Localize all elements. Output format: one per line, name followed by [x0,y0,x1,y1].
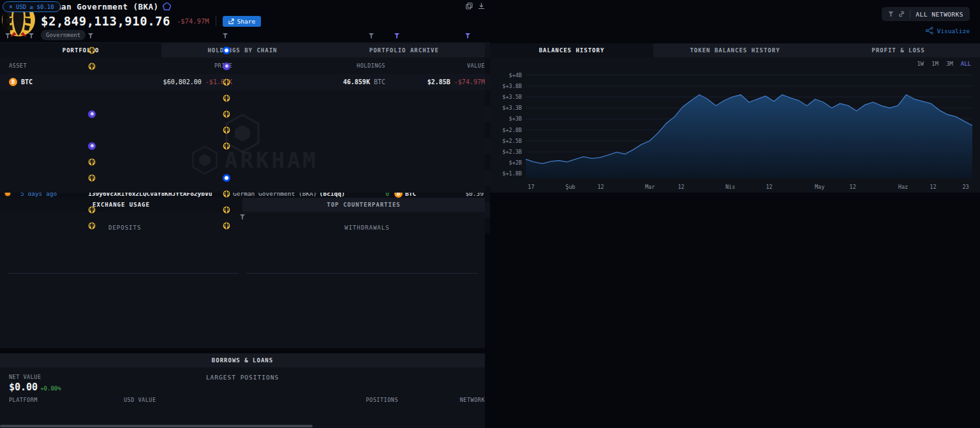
german-government-icon [223,142,230,150]
all-networks-selector[interactable]: ALL NETWORKS [882,7,970,21]
divider [216,16,216,26]
x-tick: 12 [930,184,936,190]
x-tick: Nis [725,184,735,190]
tab-portfolio-archive[interactable]: PORTFOLIO ARCHIVE [323,43,485,57]
col-positions[interactable]: POSITIONS [251,397,398,403]
exchange-usage-panel: EXCHANGE USAGE TOP COUNTERPARTIES DEPOSI… [0,198,485,348]
tab-balances-history[interactable]: BALANCES HISTORY [490,43,653,57]
y-tick: $+2.5B [502,138,522,144]
german-government-icon [88,222,96,230]
borrows-loans-title[interactable]: BORROWS & LOANS [0,353,485,367]
btc-icon: ₿ [9,78,17,86]
range-all[interactable]: ALL [961,61,971,67]
all-networks-label: ALL NETWORKS [916,11,963,18]
y-tick: $+2B [509,159,522,166]
portfolio-row[interactable]: ₿BTC$60,802.00 -$1.60K46.859K BTC$2.85B … [0,74,485,90]
share-button[interactable]: Share [223,16,262,27]
exchange-filter-icon[interactable] [240,214,245,219]
share-icon [228,18,234,24]
filter-icon[interactable] [888,11,893,17]
german-government-icon [223,206,230,214]
col-price[interactable]: PRICE [111,63,232,69]
coinbase-icon [223,174,230,182]
withdrawals-label: WITHDRAWALS [345,225,390,231]
balances-history-panel: BALANCES HISTORY TOKEN BALANCES HISTORY … [490,43,980,193]
portfolio-panel: PORTFOLIO HOLDINGS BY CHAIN PORTFOLIO AR… [0,43,485,193]
x-tick: 12 [597,184,604,190]
y-tick: $+3.8B [502,83,522,89]
x-tick: 23 [962,184,969,190]
horizontal-scrollbar[interactable] [0,425,313,427]
col-holdings[interactable]: HOLDINGS [232,63,385,69]
german-government-icon [223,190,230,198]
german-government-icon [88,158,96,166]
col-asset[interactable]: ASSET [9,63,111,69]
value-cell: $2.85B -$74.97M [385,78,485,85]
german-government-icon [223,222,230,230]
y-tick: $+1.8B [502,170,522,177]
coinbase-icon [223,47,230,54]
entity-tag-government[interactable]: Government [41,30,85,40]
price-cell: $60,802.00 -$1.60K [111,78,232,85]
range-1m[interactable]: 1M [932,61,939,67]
visualize-button[interactable]: Visualize [925,27,970,34]
y-tick: $+3.5B [502,94,522,100]
german-government-icon [88,174,96,182]
col-platform[interactable]: PLATFORM [9,397,124,403]
x-tick: 12 [766,184,772,190]
x-tick: 17 [528,184,534,190]
usd-filter-pill[interactable]: × USD ≥ $0.10 [3,1,61,12]
tab-top-counterparties[interactable]: TOP COUNTERPARTIES [242,198,485,212]
tab-holdings-by-chain[interactable]: HOLDINGS BY CHAIN [161,43,323,57]
german-government-icon [88,63,96,70]
copy-icon[interactable] [466,3,473,10]
download-icon[interactable] [478,3,485,10]
german-government-icon [88,206,96,214]
tab-portfolio[interactable]: PORTFOLIO [0,43,161,57]
asset-cell: ₿BTC [9,78,111,86]
german-government-icon [88,47,96,54]
y-tick: $+2.3B [502,149,522,155]
deposits-divider [8,273,239,274]
german-government-icon [223,110,230,118]
withdrawals-divider [246,273,477,274]
x-tick: Şub [565,184,575,190]
borrows-loans-panel: BORROWS & LOANS NET VALUE $0.00+0.00% LA… [0,353,485,428]
col-usd-value[interactable]: USD VALUE [124,397,251,403]
deposits-label: DEPOSITS [108,225,141,231]
tab-token-balances-history[interactable]: TOKEN BALANCES HISTORY [653,43,817,57]
holdings-cell: 46.859K BTC [232,78,385,85]
german-government-icon [223,94,230,102]
balances-chart[interactable] [526,70,972,179]
net-value-change: +0.00% [40,385,61,392]
x-tick: 12 [678,184,684,190]
portfolio-rows: ₿BTC$60,802.00 -$1.60K46.859K BTC$2.85B … [0,74,485,90]
x-tick: Haz [898,184,908,190]
largest-positions-label: LARGEST POSITIONS [0,374,485,381]
x-tick: May [815,184,824,190]
y-tick: $+4B [509,72,522,78]
link-icon[interactable] [898,11,905,17]
entity-balance: $2,849,113,910.76 [41,14,170,28]
remove-filter-icon[interactable]: × [9,3,13,10]
x-tick: 12 [849,184,856,190]
col-value[interactable]: VALUE [385,63,485,69]
kraken-icon [88,142,96,150]
range-1w[interactable]: 1W [917,61,924,67]
visualize-graph-icon [925,27,934,34]
balance-change: -$74.97M [177,17,209,25]
tab-profit-loss[interactable]: PROFIT & LOSS [817,43,980,57]
x-tick: Mar [645,184,655,190]
kraken-icon [88,110,96,118]
german-government-icon [223,126,230,134]
range-3m[interactable]: 3M [946,61,953,67]
net-value: $0.00 [9,381,38,393]
y-tick: $+3.3B [502,105,522,111]
col-network[interactable]: NETWORK [398,397,485,403]
tab-exchange-usage[interactable]: EXCHANGE USAGE [0,198,242,212]
kraken-icon [223,63,230,70]
y-tick: $+3B [509,115,522,122]
chart-range-selector: 1W1M3MALL [917,61,971,67]
german-government-icon [223,78,230,86]
y-tick: $+2.8B [502,127,522,133]
